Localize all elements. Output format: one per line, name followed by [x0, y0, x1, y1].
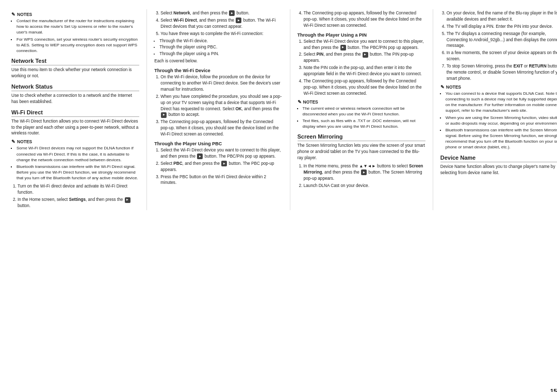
note-item: Text files, such as files with a .TXT or… [303, 118, 425, 129]
pin-steps: Select the Wi-Fi Direct device you want … [304, 39, 425, 97]
through-wifi-device-heading: Through the Wi-Fi Device [154, 68, 282, 73]
step-item: When you have completed the procedure, y… [160, 94, 282, 118]
divider-3 [433, 9, 433, 210]
bullet-item: Through the player using PBC. [159, 44, 282, 50]
btn-icon [161, 112, 167, 118]
wifi-direct-desc: The Wi-Fi Direct function allows you to … [11, 118, 139, 137]
notes-header: NOTES [11, 12, 139, 17]
network-status-desc: Use to check whether a connection to a n… [11, 93, 139, 105]
network-status-heading: Network Status [11, 83, 139, 91]
step-item: Select PBC, and then press the button. T… [160, 161, 282, 173]
notes-list-3: The current wired or wireless network co… [303, 106, 425, 130]
step-item: Launch DLNA Cast on your device. [304, 183, 425, 189]
wifi-steps-col1: Turn on the Wi-Fi direct device and acti… [18, 183, 139, 209]
btn-icon [340, 45, 346, 50]
step-item: Note the PIN code in the pop-up, and the… [304, 65, 425, 77]
col4-top-steps: On your device, find the name of the Blu… [447, 10, 557, 82]
divider-2 [290, 9, 290, 210]
btn-icon [229, 10, 235, 16]
wifi-device-steps: On the Wi-Fi device, follow the procedur… [160, 74, 282, 138]
column-1: NOTES Contact the manufacturer of the ro… [11, 9, 144, 210]
step-item: On the Wi-Fi device, follow the procedur… [160, 74, 282, 93]
note-item: Contact the manufacturer of the router f… [17, 18, 139, 36]
network-test-heading: Network Test [11, 58, 139, 65]
step-item: The Connecting pop-up appears, followed … [304, 10, 425, 29]
note-item: You can connect to a device that support… [446, 91, 557, 114]
note-item: When you are using the Screen Mirroring … [446, 115, 557, 126]
through-player-pbc-heading: Through the Player Using PBC [154, 141, 282, 146]
btn-icon [197, 154, 203, 159]
bullet-item: Through the player using a PIN. [159, 51, 282, 57]
col1-notes-top: NOTES Contact the manufacturer of the ro… [11, 12, 139, 54]
wifi-ways-list: Through the Wi-Fi device. Through the pl… [159, 38, 282, 58]
step-item: The TV displays a connecting message (fo… [447, 31, 557, 49]
step-item: Select Wi-Fi Direct, and then press the … [160, 18, 282, 30]
notes-header-4: NOTES [440, 84, 557, 90]
mirroring-steps: In the Home menu, press the ▲▼◄► buttons… [304, 163, 425, 189]
notes-list-4: You can connect to a device that support… [446, 91, 557, 150]
step-item: Turn on the Wi-Fi direct device and acti… [18, 183, 139, 196]
btn-icon [361, 169, 367, 175]
wifi-steps-col2-top: Select Network, and then press the butto… [160, 10, 282, 37]
col3-top-steps: The Connecting pop-up appears, followed … [304, 10, 425, 29]
notes-header-3: NOTES [298, 99, 425, 105]
note-item: Bluetooth transmissions can interfere wi… [446, 127, 557, 150]
device-name-desc: Device Name function allows you to chang… [440, 164, 557, 176]
note-item: Bluetooth transmissions can interfere wi… [17, 164, 139, 181]
note-item: For WPS connection, set your wireless ro… [17, 37, 139, 54]
step-item: The TV will display a PIN. Enter the PIN… [447, 24, 557, 30]
each-covered: Each is covered below. [154, 58, 282, 64]
notes-header-2: NOTES [11, 139, 139, 144]
through-player-pin-heading: Through the Player Using a PIN [298, 32, 425, 38]
step-item: Select the Wi-Fi Direct device you want … [304, 39, 425, 51]
notes-list: Contact the manufacturer of the router f… [17, 18, 139, 54]
column-3: The Connecting pop-up appears, followed … [292, 9, 431, 210]
screen-mirroring-desc: The Screen Mirroring function lets you v… [298, 143, 425, 161]
btn-icon [363, 52, 368, 58]
col1-notes-wifi: NOTES Some Wi-Fi Direct devices may not … [11, 139, 139, 181]
bullet-item: Through the Wi-Fi device. [159, 38, 282, 44]
note-item: The current wired or wireless network co… [303, 106, 425, 117]
col4-notes: NOTES You can connect to a device that s… [440, 84, 557, 150]
column-4: On your device, find the name of the Blu… [435, 9, 557, 210]
btn-icon [221, 161, 227, 166]
column-2: Select Network, and then press the butto… [149, 9, 287, 210]
notes-list-2: Some Wi-Fi Direct devices may not suppor… [17, 145, 139, 181]
step-item: You have three ways to complete the Wi-F… [160, 31, 282, 37]
page-container: NOTES Contact the manufacturer of the ro… [11, 9, 557, 210]
btn-icon [125, 197, 130, 203]
step-item: The Connecting pop-up appears, followed … [304, 78, 425, 97]
note-item: Some Wi-Fi Direct devices may not suppor… [17, 145, 139, 163]
step-item: In the Home menu, press the ▲▼◄► buttons… [304, 163, 425, 182]
step-item: Press the PBC button on the Wi-Fi Direct… [160, 174, 282, 186]
divider-1 [146, 9, 147, 210]
step-item: To stop Screen Mirroring, press the EXIT… [447, 63, 557, 82]
step-item: Select the Wi-Fi Direct device you want … [160, 147, 282, 160]
step-item: On your device, find the name of the Blu… [447, 10, 557, 23]
step-item: Select PIN, and then press the button. T… [304, 52, 425, 64]
page-number: 15 [550, 388, 557, 392]
step-item: Select Network, and then press the butto… [160, 10, 282, 16]
btn-icon [236, 18, 241, 23]
col3-notes: NOTES The current wired or wireless netw… [298, 99, 425, 130]
step-item: In a few moments, the screen of your dev… [447, 50, 557, 62]
network-test-desc: Use this menu item to check whether your… [11, 67, 139, 79]
pbc-steps: Select the Wi-Fi Direct device you want … [160, 147, 282, 186]
step-item: In the Home screen, select Settings, and… [18, 197, 139, 209]
step-item: The Connecting pop-up appears, followed … [160, 119, 282, 138]
screen-mirroring-heading: Screen Mirroring [298, 133, 425, 141]
wifi-direct-heading: Wi-Fi Direct [11, 109, 139, 117]
device-name-heading: Device Name [440, 155, 557, 162]
